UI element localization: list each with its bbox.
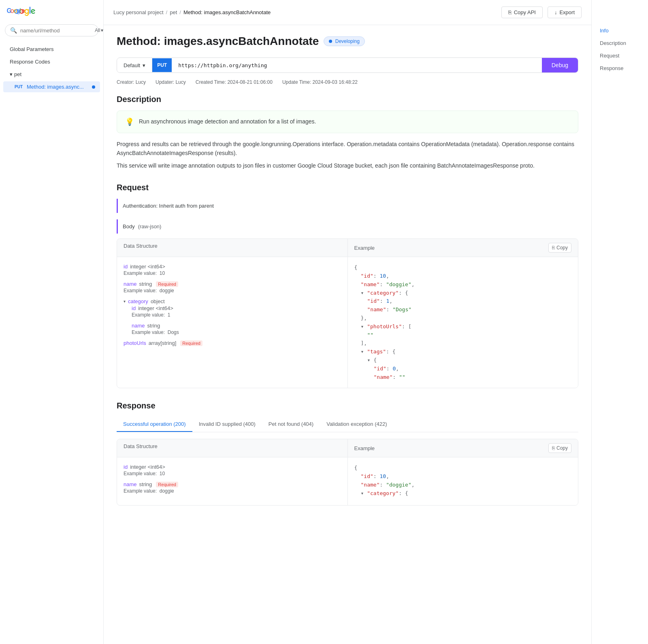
field-type-category: object	[151, 298, 165, 304]
field-example-id: Example value: 10	[124, 270, 341, 276]
json-line: "name": "doggie",	[354, 481, 572, 489]
env-dropdown[interactable]: Default ▾	[117, 58, 152, 72]
field-example-name: Example value: doggie	[124, 288, 341, 293]
field-type-cat-id: integer <int64>	[138, 305, 173, 311]
filter-dropdown[interactable]: All ▾	[95, 28, 103, 33]
response-title: Response	[117, 401, 578, 410]
description-para-2: This service will write image annotation…	[117, 161, 578, 170]
json-line: ▾ "category": {	[354, 489, 572, 498]
description-para-1: Progress and results can be retrieved th…	[117, 140, 578, 158]
field-category: ▾ category object id integer <int64>	[124, 298, 341, 335]
json-line: ""	[354, 331, 572, 340]
field-id: id integer <int64> Example value: 10	[124, 264, 341, 276]
breadcrumb-project[interactable]: Lucy personal project	[113, 9, 164, 15]
field-name-cat-id: id	[132, 305, 136, 311]
right-nav-info[interactable]: Info	[598, 24, 642, 37]
svg-text:l: l	[19, 7, 21, 14]
auth-label: Authentication: Inherit auth from parent	[123, 203, 214, 209]
tab-422[interactable]: Validation exception (422)	[320, 417, 393, 432]
copy-button[interactable]: ⎘ Copy	[548, 243, 571, 253]
sidebar-section-pet[interactable]: ▾ pet	[0, 68, 103, 81]
json-line: {	[354, 264, 572, 272]
sidebar: G o o g l e 🔍 All ▾ Global Parameters Re…	[0, 0, 104, 644]
tab-200[interactable]: Successful operation (200)	[117, 417, 192, 432]
method-badge: PUT	[152, 58, 172, 72]
sidebar-item-global-parameters[interactable]: Global Parameters	[0, 43, 103, 55]
main-content: Lucy personal project / pet / Method: im…	[104, 0, 591, 644]
resp-field-example-id: Example value: 10	[124, 471, 341, 476]
bulb-icon: 💡	[125, 117, 134, 126]
resp-field-name-name: name	[124, 481, 137, 487]
field-example-cat-name: Example value: Dogs	[132, 329, 341, 335]
field-example-cat-id: Example value: 1	[132, 312, 341, 318]
copy-icon: ⎘	[508, 9, 512, 15]
field-type-id: integer <int64>	[130, 264, 165, 270]
response-copy-button[interactable]: ⎘ Copy	[548, 443, 571, 453]
resp-field-name-id: id	[124, 464, 128, 470]
logo-area: G o o g l e	[0, 0, 103, 21]
json-line: },	[354, 314, 572, 323]
field-type-cat-name: string	[147, 323, 160, 329]
breadcrumb-pet[interactable]: pet	[170, 9, 177, 15]
search-box[interactable]: 🔍 All ▾	[5, 24, 98, 36]
status-badge: Developing	[324, 36, 364, 46]
right-nav-description[interactable]: Description	[598, 37, 642, 49]
example-tab[interactable]: Example ⎘ Copy	[347, 239, 578, 257]
tab-404[interactable]: Pet not found (404)	[262, 417, 320, 432]
description-section: Description 💡 Run asynchronous image det…	[117, 95, 578, 170]
request-data-panel: Data Structure Example ⎘ Copy	[117, 238, 578, 388]
meta-creator: Creator: Lucy	[117, 79, 146, 85]
meta-created-time: Created Time: 2024-08-21 01:06:00	[196, 79, 273, 85]
meta-updated-time: Update Time: 2024-09-03 16:48:22	[282, 79, 358, 85]
response-section: Response Successful operation (200) Inva…	[117, 401, 578, 506]
active-dot-icon	[92, 85, 95, 89]
json-line: "name": "Dogs"	[354, 306, 572, 314]
response-example-tab[interactable]: Example ⎘ Copy	[347, 439, 578, 457]
breadcrumb-sep-1: /	[166, 9, 168, 15]
copy-icon: ⎘	[552, 245, 555, 251]
search-area: 🔍 All ▾	[0, 21, 103, 40]
json-line: "id": 10,	[354, 472, 572, 481]
copy-api-button[interactable]: ⎘ Copy API	[501, 6, 543, 18]
sidebar-item-response-codes[interactable]: Response Codes	[0, 55, 103, 68]
breadcrumb-actions: ⎘ Copy API ↓ Export	[501, 6, 582, 18]
required-badge-photourls: Required	[180, 340, 202, 346]
field-name-category: category	[128, 298, 148, 304]
debug-button[interactable]: Debug	[542, 58, 578, 72]
tab-400[interactable]: Invalid ID supplied (400)	[192, 417, 262, 432]
meta-info: Creator: Lucy Updater: Lucy Created Time…	[117, 79, 578, 85]
data-structure-tab[interactable]: Data Structure	[117, 239, 347, 257]
data-panel-header: Data Structure Example ⎘ Copy	[117, 239, 578, 257]
right-nav-response[interactable]: Response	[598, 62, 642, 74]
search-icon: 🔍	[10, 27, 17, 34]
json-line: "id": 0,	[354, 365, 572, 373]
request-section: Request Authentication: Inherit auth fro…	[117, 183, 578, 388]
field-name-photourls: photoUrls	[124, 340, 146, 346]
right-nav-request[interactable]: Request	[598, 49, 642, 62]
json-line: "id": 10,	[354, 272, 572, 281]
title-row: Method: images.asyncBatchAnnotate Develo…	[117, 35, 578, 48]
response-panel-body: id integer <int64> Example value: 10 nam…	[117, 457, 578, 505]
description-highlight-box: 💡 Run asynchronous image detection and a…	[117, 111, 578, 133]
field-photourls: photoUrls array[string] Required	[124, 340, 341, 346]
breadcrumb: Lucy personal project / pet / Method: im…	[113, 9, 271, 15]
response-tabs: Successful operation (200) Invalid ID su…	[117, 417, 578, 432]
field-category-id: id integer <int64> Example value: 1	[132, 305, 341, 318]
resp-field-type-id: integer <int64>	[130, 464, 165, 470]
sidebar-item-method[interactable]: PUT Method: images.async...	[3, 81, 100, 92]
json-line: ▾ "tags": {	[354, 348, 572, 356]
copy-icon: ⎘	[552, 445, 555, 451]
url-bar: Default ▾ PUT https://httpbin.org/anythi…	[117, 57, 578, 73]
resp-field-id: id integer <int64> Example value: 10	[124, 464, 341, 476]
auth-bar: Authentication: Inherit auth from parent	[117, 199, 578, 213]
export-button[interactable]: ↓ Export	[548, 6, 582, 18]
body-bar: Body (raw-json)	[117, 219, 578, 234]
google-logo-icon: G o o g l e	[6, 6, 36, 16]
response-data-structure-col: id integer <int64> Example value: 10 nam…	[117, 457, 348, 505]
response-data-structure-tab[interactable]: Data Structure	[117, 439, 347, 457]
field-name-id: id	[124, 264, 128, 270]
search-input[interactable]	[20, 28, 88, 34]
data-panel-body: id integer <int64> Example value: 10 nam…	[117, 257, 578, 388]
json-line: "name": ""	[354, 373, 572, 382]
collapse-category-icon[interactable]: ▾	[124, 299, 126, 304]
